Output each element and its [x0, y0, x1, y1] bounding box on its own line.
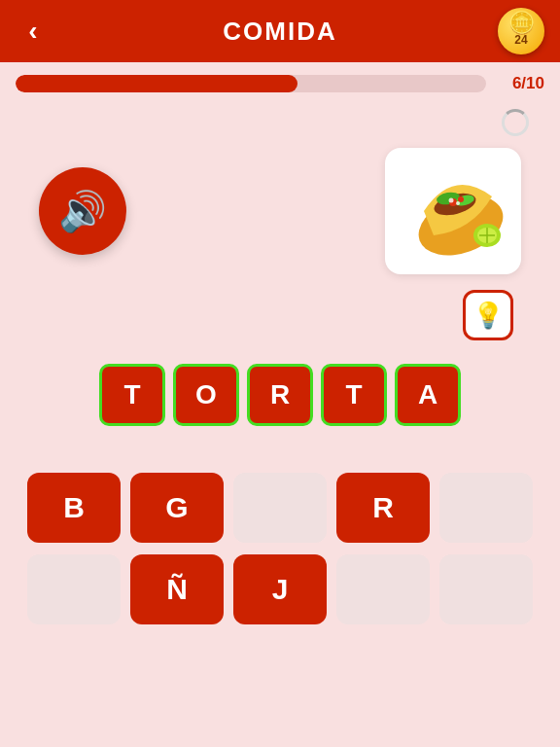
- sound-icon: 🔊: [58, 189, 107, 234]
- key-g[interactable]: G: [130, 473, 224, 543]
- key-j[interactable]: J: [233, 554, 327, 624]
- coin-badge: 🪙 24: [498, 8, 544, 54]
- key-empty-3: [27, 554, 121, 624]
- answer-letter-4: A: [418, 379, 438, 410]
- progress-label: 6/10: [498, 74, 544, 93]
- food-image: [385, 148, 521, 274]
- progress-area: 6/10: [0, 62, 560, 97]
- answer-row: T O R T A: [99, 364, 461, 426]
- key-label-r: R: [372, 491, 394, 524]
- back-icon: ‹: [28, 18, 37, 45]
- key-label-j: J: [272, 573, 289, 606]
- progress-bar-fill: [16, 75, 298, 92]
- key-label-g: G: [165, 491, 188, 524]
- answer-letter-3: T: [345, 379, 362, 410]
- key-label-n: Ñ: [166, 573, 188, 606]
- progress-bar-background: [16, 75, 486, 92]
- hint-area: 💡: [23, 290, 537, 340]
- key-empty-5: [439, 554, 533, 624]
- image-sound-row: 🔊: [23, 148, 537, 274]
- answer-tile-3[interactable]: T: [321, 364, 387, 426]
- key-b[interactable]: B: [27, 473, 121, 543]
- keyboard-area: B G R Ñ J: [0, 473, 560, 624]
- key-empty-4: [336, 554, 430, 624]
- coin-circle: 🪙 24: [498, 8, 544, 54]
- spinner-area: [23, 109, 537, 136]
- back-button[interactable]: ‹: [16, 14, 51, 49]
- keyboard-row-1: B G R: [8, 473, 552, 543]
- svg-point-10: [449, 198, 454, 203]
- coin-count: 24: [514, 34, 527, 46]
- coin-icon: 🪙: [508, 13, 535, 34]
- key-empty-2: [439, 473, 533, 543]
- main-content: 🔊: [0, 97, 560, 434]
- key-empty-1: [233, 473, 327, 543]
- taco-svg: [395, 158, 511, 265]
- svg-point-11: [456, 201, 460, 205]
- hint-icon: 💡: [472, 301, 504, 331]
- keyboard-row-2: Ñ J: [8, 554, 552, 624]
- answer-tile-1[interactable]: O: [173, 364, 239, 426]
- loading-spinner: [502, 109, 529, 136]
- answer-letter-2: R: [270, 379, 290, 410]
- hint-button[interactable]: 💡: [463, 290, 513, 340]
- sound-button[interactable]: 🔊: [39, 167, 126, 255]
- answer-letter-0: T: [123, 379, 140, 410]
- key-n[interactable]: Ñ: [130, 554, 224, 624]
- key-r[interactable]: R: [336, 473, 430, 543]
- answer-letter-1: O: [195, 379, 217, 410]
- answer-tile-0[interactable]: T: [99, 364, 165, 426]
- page-title: COMIDA: [223, 17, 336, 47]
- header: ‹ COMIDA 🪙 24: [0, 0, 560, 62]
- answer-tile-4[interactable]: A: [395, 364, 461, 426]
- answer-tile-2[interactable]: R: [247, 364, 313, 426]
- svg-point-5: [458, 196, 464, 202]
- key-label-b: B: [63, 491, 85, 524]
